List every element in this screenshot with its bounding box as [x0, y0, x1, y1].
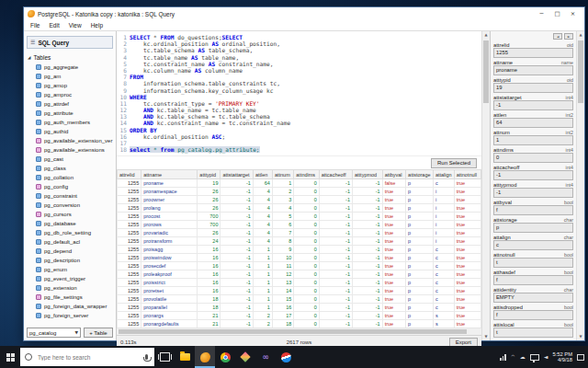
sidebar-item-pg_auth_members[interactable]: pg_auth_members: [24, 118, 116, 127]
editor-line[interactable]: 11 tc.constraint_type = 'PRIMARY KEY': [117, 100, 481, 107]
detail-value-attnotnull[interactable]: t: [493, 258, 573, 268]
col-header-atttypmod[interactable]: atttypmod: [352, 170, 382, 179]
table-row[interactable]: 1255prosecdef16-11110-1-1truepctrue: [118, 262, 481, 270]
editor-line[interactable]: 5 tc.constraint_name AS constraint_name,: [117, 61, 481, 67]
editor-line[interactable]: 16 kc.ordinal_position ASC;: [117, 133, 481, 140]
scroll-down-icon[interactable]: ▼: [577, 333, 584, 340]
detail-prev-button[interactable]: ◄: [553, 33, 562, 40]
table-row[interactable]: 1255provariadic26-1470-1-1truepitrue: [118, 229, 481, 237]
tables-tree-node[interactable]: ◢ Tables: [24, 52, 116, 63]
table-row[interactable]: 1255proiswindow16-11100-1-1truepctrue: [118, 254, 481, 262]
task-view-button[interactable]: [154, 346, 175, 368]
center-scrollbar-thumb[interactable]: [483, 40, 489, 103]
table-row[interactable]: 1255proparallel18-11160-1-1truepctrue: [118, 304, 481, 312]
table-row[interactable]: 1255proisagg16-1190-1-1truepctrue: [118, 246, 481, 254]
detail-next-button[interactable]: ►: [564, 33, 573, 40]
col-header-attlen[interactable]: attlen: [253, 170, 272, 179]
speaker-icon[interactable]: ◄: [544, 346, 548, 368]
table-row[interactable]: 1255pronargdefaults21-12180-1-1truepstru…: [118, 320, 481, 328]
editor-line[interactable]: 17: [117, 140, 481, 146]
horizontal-scrollbar-thumb[interactable]: [119, 329, 467, 334]
close-button[interactable]: ×: [565, 8, 581, 19]
col-header-attbyval[interactable]: attbyval: [382, 170, 405, 179]
editor-line[interactable]: 9 information_schema.key_column_usage kc: [117, 87, 481, 94]
show-hidden-icons[interactable]: ^: [511, 346, 515, 368]
diamond-app-button[interactable]: [235, 346, 255, 368]
cloud-icon[interactable]: ☁: [520, 346, 526, 368]
col-header-attstattarget[interactable]: attstattarget: [220, 170, 253, 179]
sidebar-item-pg_attrdef[interactable]: pg_attrdef: [24, 99, 116, 109]
taskbar-clock[interactable]: 5:52 PM 4/9/18: [552, 351, 572, 363]
microphone-icon[interactable]: [145, 354, 148, 360]
table-row[interactable]: 1255proisstrict16-11130-1-1truepctrue: [118, 279, 481, 287]
sidebar-item-pg_event_trigger[interactable]: pg_event_trigger: [24, 274, 116, 283]
sidebar-item-pg_cast[interactable]: pg_cast: [24, 155, 116, 164]
sidebar-item-pg_conversion[interactable]: pg_conversion: [24, 201, 116, 210]
menu-view[interactable]: View: [64, 22, 86, 29]
detail-value-attlen[interactable]: 64: [493, 118, 573, 128]
editor-line[interactable]: 2 kc.ordinal_position AS ordinal_positio…: [117, 40, 481, 47]
menu-file[interactable]: File: [26, 22, 44, 29]
sidebar-item-pg_extension[interactable]: pg_extension: [24, 283, 116, 293]
sidebar-item-pg_file_settings[interactable]: pg_file_settings: [24, 293, 116, 302]
table-row[interactable]: 1255provolatile18-11150-1-1truepctrue: [118, 295, 481, 304]
table-row[interactable]: 1255proleakproof16-11120-1-1truepctrue: [118, 270, 481, 279]
col-header-attnotnull[interactable]: attnotnull: [454, 170, 481, 179]
detail-scrollbar-thumb[interactable]: [578, 40, 583, 103]
horizontal-scrollbar[interactable]: [117, 328, 481, 335]
detail-value-attname[interactable]: proname: [493, 65, 573, 75]
col-header-attndims[interactable]: attndims: [294, 170, 319, 179]
editor-line[interactable]: 14 AND kc.constraint_name = tc.constrain…: [117, 120, 481, 126]
maximize-button[interactable]: □: [549, 8, 565, 19]
add-table-button[interactable]: + Table: [84, 328, 113, 338]
taskbar-search[interactable]: [20, 348, 154, 366]
editor-line[interactable]: 7FROM: [117, 74, 481, 80]
sidebar-item-pg_attribute[interactable]: pg_attribute: [24, 109, 116, 118]
sidebar-item-sql-query[interactable]: ☰ SQL Query: [27, 36, 113, 49]
editor-line[interactable]: 1SELECT * FROM do_questions;SELECT: [117, 34, 481, 40]
detail-vertical-scrollbar[interactable]: ▲ ▼: [576, 31, 584, 340]
sidebar-item-pg_foreign_server[interactable]: pg_foreign_server: [24, 311, 116, 320]
table-row[interactable]: 1255proname19-16410-1-1falsepctrue: [118, 179, 481, 188]
run-selected-button[interactable]: Run Selected: [431, 158, 477, 168]
start-button[interactable]: [0, 346, 20, 368]
table-row[interactable]: 1255proowner26-1430-1-1truepitrue: [118, 196, 481, 204]
editor-line[interactable]: 8 information_schema.table_constraints t…: [117, 80, 481, 86]
col-header-attcacheoff[interactable]: attcacheoff: [319, 170, 352, 179]
file-explorer-button[interactable]: [175, 346, 195, 368]
activity-icon[interactable]: [500, 354, 506, 361]
detail-value-atthasdef[interactable]: f: [493, 275, 573, 285]
col-header-attnum[interactable]: attnum: [272, 170, 293, 179]
detail-value-attrelid[interactable]: 1255: [493, 48, 573, 58]
sidebar-item-pg_constraint[interactable]: pg_constraint: [24, 191, 116, 201]
chrome-button[interactable]: [215, 346, 235, 368]
postgresql-taskbar-button[interactable]: [195, 346, 215, 368]
sidebar-item-pg_amproc[interactable]: pg_amproc: [24, 90, 116, 99]
scroll-down-icon[interactable]: ▼: [482, 333, 490, 340]
sql-editor[interactable]: 1SELECT * FROM do_questions;SELECT2 kc.o…: [117, 31, 481, 156]
sidebar-item-pg_description[interactable]: pg_description: [24, 256, 116, 265]
schema-select[interactable]: pg_catalog ▼: [27, 328, 81, 338]
sidebar-item-pg_aggregate[interactable]: pg_aggregate: [24, 63, 116, 72]
sidebar-item-pg_class[interactable]: pg_class: [24, 164, 116, 173]
browser-app-button[interactable]: [276, 346, 296, 368]
detail-value-attalign[interactable]: c: [493, 240, 573, 250]
sidebar-item-pg_default_acl[interactable]: pg_default_acl: [24, 237, 116, 247]
action-center-icon[interactable]: [577, 354, 584, 361]
detail-value-attnum[interactable]: 1: [493, 135, 573, 145]
editor-line[interactable]: 6 kc.column_name AS column_name: [117, 67, 481, 74]
table-row[interactable]: 1255pronargs21-12170-1-1truepstrue: [118, 312, 481, 320]
detail-value-attndims[interactable]: 0: [493, 153, 573, 163]
sidebar-item-pg_foreign_data_wrapper[interactable]: pg_foreign_data_wrapper: [24, 302, 116, 311]
editor-line[interactable]: 3 tc.table_schema AS table_schema,: [117, 47, 481, 53]
sidebar-item-pg_am[interactable]: pg_am: [24, 72, 116, 81]
center-vertical-scrollbar[interactable]: ▲ ▼: [481, 31, 490, 340]
editor-line[interactable]: 12 AND kc.table_name = tc.table_name: [117, 107, 481, 113]
table-row[interactable]: 1255prorows700-1460-1-1truepitrue: [118, 221, 481, 229]
sidebar-item-pg_enum[interactable]: pg_enum: [24, 265, 116, 274]
detail-value-attbyval[interactable]: f: [493, 205, 573, 215]
col-header-attrelid[interactable]: attrelid: [118, 170, 141, 179]
detail-value-attstorage[interactable]: p: [493, 223, 573, 233]
sidebar-item-pg_depend[interactable]: pg_depend: [24, 247, 116, 256]
detail-value-atttypid[interactable]: 19: [493, 83, 573, 93]
